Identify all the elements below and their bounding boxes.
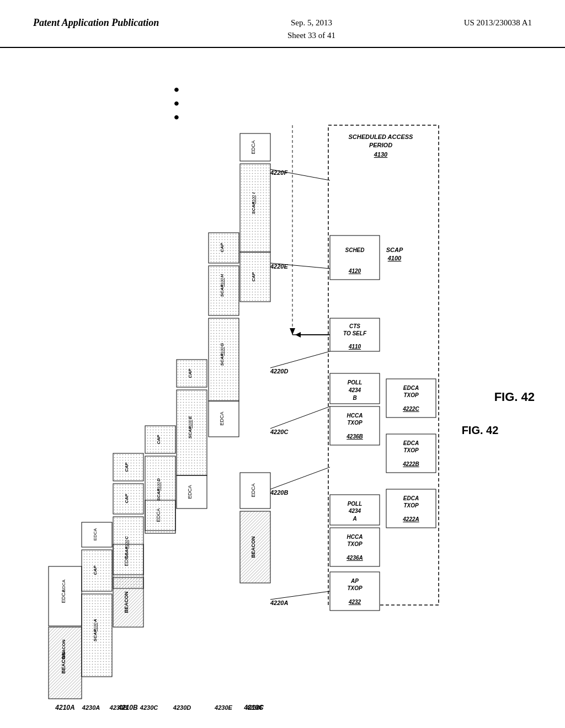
svg-text:4230D: 4230D xyxy=(173,704,191,711)
svg-text:G: G xyxy=(220,343,225,346)
svg-text:4234: 4234 xyxy=(348,508,361,514)
svg-text:POLL: POLL xyxy=(348,501,363,507)
svg-text:4234: 4234 xyxy=(348,387,361,393)
header-center: Sep. 5, 2013 Sheet 33 of 41 xyxy=(287,17,335,41)
svg-text:4236B: 4236B xyxy=(346,433,363,440)
svg-text:CTS: CTS xyxy=(349,323,360,329)
svg-text:EDCA: EDCA xyxy=(219,411,225,425)
svg-text:TXOP: TXOP xyxy=(347,541,363,547)
sheet-info: Sheet 33 of 41 xyxy=(287,29,335,42)
svg-text:4230E: 4230E xyxy=(214,704,232,711)
svg-text:SCHEDULED ACCESS: SCHEDULED ACCESS xyxy=(349,133,414,140)
svg-text:4100: 4100 xyxy=(252,195,255,204)
svg-text:4210B: 4210B xyxy=(118,704,138,711)
svg-text:TXOP: TXOP xyxy=(403,502,419,508)
svg-text:BEACON: BEACON xyxy=(250,536,256,558)
svg-text:4236A: 4236A xyxy=(346,555,363,561)
patent-number: US 2013/230038 A1 xyxy=(464,17,532,29)
svg-marker-139 xyxy=(290,328,295,335)
publication-title: Patent Application Publication xyxy=(33,17,159,29)
svg-line-133 xyxy=(270,351,330,368)
svg-text:TXOP: TXOP xyxy=(403,447,419,453)
svg-text:4110: 4110 xyxy=(348,344,361,350)
svg-text:D: D xyxy=(156,478,161,481)
svg-text:4230C: 4230C xyxy=(140,704,158,711)
svg-text:B: B xyxy=(353,395,356,401)
svg-text:POLL: POLL xyxy=(348,379,363,386)
svg-text:TXOP: TXOP xyxy=(347,585,363,591)
figure-label: FIG. 42 xyxy=(494,390,535,622)
svg-text:A: A xyxy=(93,619,98,623)
svg-text:4210A: 4210A xyxy=(55,704,74,711)
svg-text:AP: AP xyxy=(350,578,359,584)
svg-text:4220A: 4220A xyxy=(270,599,288,606)
svg-text:4222A: 4222A xyxy=(402,516,419,522)
svg-text:EDCA: EDCA xyxy=(124,552,129,566)
svg-text:EDCA: EDCA xyxy=(250,483,256,497)
svg-text:CAP: CAP xyxy=(93,565,98,575)
svg-text:CAP: CAP xyxy=(251,272,256,282)
svg-text:4100: 4100 xyxy=(220,347,224,356)
svg-text:FIG. 42: FIG. 42 xyxy=(462,424,499,436)
page-header: Patent Application Publication Sep. 5, 2… xyxy=(0,0,565,48)
svg-text:A: A xyxy=(352,516,356,522)
svg-text:H: H xyxy=(220,274,225,277)
svg-text:4100: 4100 xyxy=(157,482,161,491)
figure-42-svg: • • • SCHEDULED ACCESS PERIOD 4130 CTS T… xyxy=(0,48,565,721)
svg-text:EDCA: EDCA xyxy=(61,579,66,592)
svg-text:TXOP: TXOP xyxy=(403,392,419,398)
svg-text:TO SELF: TO SELF xyxy=(343,330,367,336)
svg-line-129 xyxy=(270,467,330,489)
diagram-area: • • • SCHEDULED ACCESS PERIOD 4130 CTS T… xyxy=(0,48,565,721)
svg-text:EDCA: EDCA xyxy=(187,485,193,499)
svg-text:4222C: 4222C xyxy=(402,406,419,412)
svg-text:BEACON: BEACON xyxy=(61,639,66,659)
svg-text:•: • xyxy=(174,109,179,126)
svg-text:4220B: 4220B xyxy=(270,489,288,496)
svg-text:CAP: CAP xyxy=(156,435,161,445)
svg-text:4220D: 4220D xyxy=(270,368,288,374)
svg-text:4230F: 4230F xyxy=(246,704,263,711)
svg-text:4220C: 4220C xyxy=(270,429,289,435)
svg-text:4130: 4130 xyxy=(374,151,388,158)
svg-text:EDCA: EDCA xyxy=(93,528,98,540)
svg-text:CAP: CAP xyxy=(188,368,193,378)
svg-text:CAP: CAP xyxy=(124,462,129,472)
svg-text:C: C xyxy=(124,536,129,539)
svg-text:EDCA: EDCA xyxy=(156,508,161,522)
svg-text:TXOP: TXOP xyxy=(347,420,363,426)
svg-text:EDCA: EDCA xyxy=(403,440,419,446)
svg-text:4100: 4100 xyxy=(188,420,192,429)
svg-text:4100: 4100 xyxy=(93,623,97,631)
svg-text:4222B: 4222B xyxy=(402,461,419,467)
svg-text:4100: 4100 xyxy=(220,278,224,287)
svg-text:EDCA: EDCA xyxy=(403,495,419,501)
svg-text:4100: 4100 xyxy=(387,255,402,261)
svg-text:E: E xyxy=(188,416,193,419)
svg-text:PERIOD: PERIOD xyxy=(369,142,392,148)
svg-line-127 xyxy=(270,591,330,599)
svg-text:SCAP: SCAP xyxy=(386,247,403,253)
publication-date: Sep. 5, 2013 xyxy=(287,17,335,29)
svg-text:4232: 4232 xyxy=(348,599,361,605)
svg-text:CAP: CAP xyxy=(124,494,129,504)
svg-text:HCCA: HCCA xyxy=(347,534,363,540)
svg-text:HCCA: HCCA xyxy=(347,413,363,419)
svg-text:EDCA: EDCA xyxy=(403,385,419,391)
svg-text:BEACON: BEACON xyxy=(124,591,129,613)
svg-text:SCHED: SCHED xyxy=(345,247,364,253)
svg-text:EDCA: EDCA xyxy=(250,140,256,154)
svg-text:4220F: 4220F xyxy=(270,169,287,176)
svg-text:4230A: 4230A xyxy=(82,704,100,711)
svg-line-131 xyxy=(270,406,330,429)
svg-text:4120: 4120 xyxy=(348,268,361,274)
svg-text:CAP: CAP xyxy=(220,243,225,253)
